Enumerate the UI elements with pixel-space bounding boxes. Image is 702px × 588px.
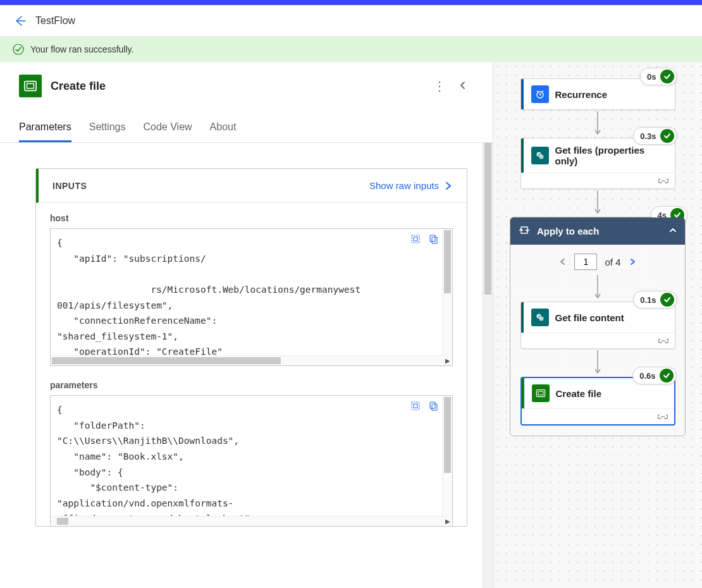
copy-icon[interactable] [427,400,440,412]
code-vscroll[interactable] [442,396,452,516]
node-create-file[interactable]: 0.6s Create file [520,377,675,426]
parameters-code-block: { "folderPath": "C:\\Users\\RanjithB\\Do… [50,395,453,526]
panel-vscroll[interactable] [483,143,493,588]
host-code[interactable]: { "apiId": "subscriptions/ rs/Microsoft.… [51,229,442,355]
node-apply-to-each[interactable]: 4s Apply to each of 4 [510,217,686,436]
node-get-file-content[interactable]: 0.1s s Get file content [520,302,675,349]
check-icon [660,129,674,143]
collapse-panel-icon[interactable] [452,78,474,94]
select-all-icon[interactable] [409,233,422,245]
arrow-down-icon [597,110,598,138]
check-icon [660,369,674,383]
svg-rect-9 [430,402,435,408]
status-badge: 0.6s [632,367,676,384]
tab-codeview[interactable]: Code View [144,116,192,142]
host-code-block: { "apiId": "subscriptions/ rs/Microsoft.… [50,228,453,366]
page-title: TestFlow [35,15,75,27]
link-icon[interactable] [658,176,668,186]
arrow-down-icon [597,274,598,302]
svg-point-0 [13,44,23,54]
host-label: host [36,203,467,228]
pager-input[interactable] [574,254,597,270]
tab-settings[interactable]: Settings [89,116,126,142]
chevron-up-icon[interactable] [668,226,677,236]
svg-rect-6 [432,237,437,243]
link-icon[interactable] [658,336,668,346]
show-raw-inputs-link[interactable]: Show raw inputs [369,180,453,191]
code-hscroll[interactable]: ▶ [51,516,452,526]
loop-pager: of 4 [510,245,685,274]
svg-rect-18 [536,390,545,397]
node-recurrence[interactable]: 0s Recurrence [520,78,675,110]
svg-rect-8 [414,404,417,408]
link-icon[interactable] [658,412,668,422]
pager-prev-icon[interactable] [559,257,567,267]
tab-parameters[interactable]: Parameters [19,116,71,142]
svg-rect-10 [432,404,437,410]
loop-icon [519,225,529,237]
inputs-heading: INPUTS [52,181,87,191]
code-hscroll[interactable]: ▶ [51,355,452,365]
pager-next-icon[interactable] [629,257,636,267]
clock-icon [531,85,549,103]
status-badge: 0.1s [633,291,677,309]
parameters-code[interactable]: { "folderPath": "C:\\Users\\RanjithB\\Do… [51,396,442,516]
filesystem-icon [532,384,550,402]
more-menu-icon[interactable]: ⋮ [427,76,452,96]
status-badge: 0s [640,68,677,85]
svg-rect-19 [538,391,543,395]
code-vscroll[interactable] [442,229,452,355]
sharepoint-icon: s [531,147,549,164]
arrow-down-icon [597,189,598,217]
pager-of-label: of 4 [605,257,620,267]
node-get-files[interactable]: 0.3s s Get files (properties only) [520,138,675,189]
copy-icon[interactable] [427,233,440,245]
svg-rect-4 [414,237,417,241]
svg-rect-1 [25,82,36,91]
arrow-down-icon [597,349,598,377]
check-icon [660,293,674,307]
success-message: Your flow ran successfully. [30,44,133,54]
back-icon[interactable] [14,15,27,27]
status-badge: 0.3s [633,127,677,145]
svg-rect-2 [27,83,34,88]
select-all-icon[interactable] [409,400,422,412]
step-title: Create file [51,80,106,93]
svg-rect-5 [430,235,435,242]
filesystem-icon [19,75,42,97]
svg-rect-7 [412,402,419,410]
svg-rect-3 [412,235,419,243]
sharepoint-icon: s [531,309,549,326]
tab-about[interactable]: About [210,116,237,142]
success-banner: Your flow ran successfully. [0,37,702,62]
check-icon [660,70,674,83]
parameters-label: parameters [36,370,467,395]
